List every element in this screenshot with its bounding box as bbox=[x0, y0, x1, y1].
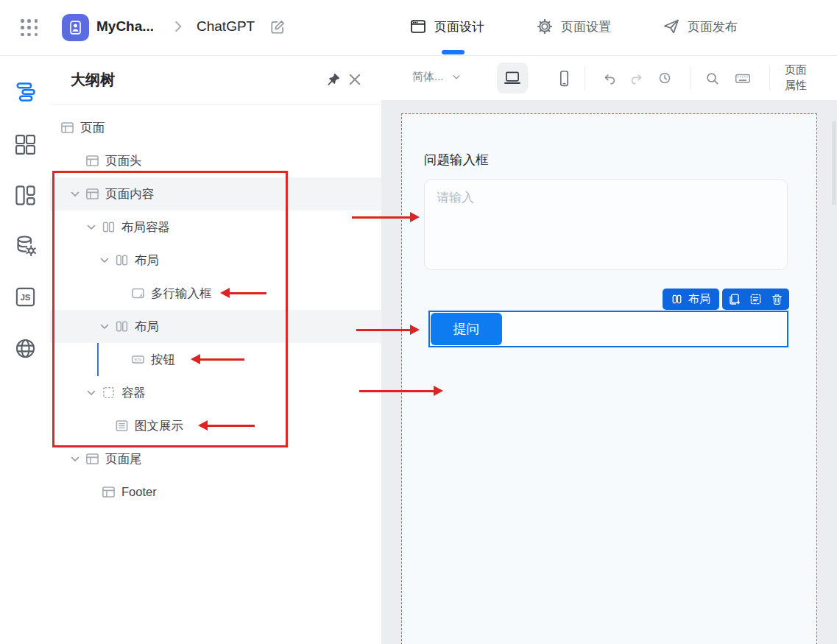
selection-toolbar: 布局 bbox=[663, 289, 789, 310]
page-builder-app: { "topbar": { "workspace_name": "MyCha..… bbox=[0, 0, 837, 644]
active-tab-indicator bbox=[442, 50, 465, 54]
tree-node-textarea[interactable]: 多行输入框 bbox=[50, 277, 381, 310]
page-artboard[interactable]: 问题输入框 布局 提问 bbox=[401, 113, 817, 644]
desktop-icon bbox=[503, 68, 522, 88]
mobile-view-button[interactable] bbox=[548, 63, 579, 93]
pin-panel-icon[interactable] bbox=[325, 72, 341, 88]
svg-text:JS: JS bbox=[20, 293, 30, 302]
question-field-label: 问题输入框 bbox=[424, 151, 489, 169]
page-icon bbox=[102, 485, 116, 499]
app-launcher-icon[interactable] bbox=[21, 19, 38, 37]
left-icon-rail: JS bbox=[0, 56, 51, 644]
outline-tree-panel: 大纲树 页面 页面头 页面内容 bbox=[50, 56, 382, 644]
person-badge-icon bbox=[67, 19, 84, 36]
search-icon[interactable] bbox=[705, 71, 719, 85]
ask-button[interactable]: 提问 bbox=[431, 313, 502, 345]
sidebar-item-outline-tree[interactable] bbox=[0, 73, 50, 111]
richtext-icon bbox=[115, 419, 129, 433]
gear-icon bbox=[536, 18, 554, 35]
chevron-down-icon bbox=[451, 72, 462, 82]
tree-node-layout-2[interactable]: 布局 bbox=[50, 310, 381, 343]
undo-icon[interactable] bbox=[602, 71, 616, 85]
selection-actions bbox=[722, 289, 789, 310]
columns-icon bbox=[115, 253, 129, 267]
tree-node-page[interactable]: 页面 bbox=[50, 111, 381, 144]
outline-tree: 页面 页面头 页面内容 布局容器 布局 多行输入框 bbox=[50, 111, 381, 509]
columns-icon bbox=[671, 294, 682, 305]
breadcrumb-page-name[interactable]: ChatGPT bbox=[197, 18, 255, 35]
canvas-toolbar: 简体... 页面属性 bbox=[381, 56, 837, 101]
page-icon bbox=[60, 121, 74, 135]
sidebar-item-data-sources[interactable] bbox=[0, 227, 50, 265]
paper-plane-icon bbox=[663, 18, 680, 35]
duplicate-icon[interactable] bbox=[728, 293, 741, 305]
tree-node-button[interactable]: BTN 按钮 bbox=[50, 343, 381, 376]
chevron-down-icon[interactable] bbox=[99, 321, 110, 333]
chevron-down-icon[interactable] bbox=[69, 188, 81, 200]
locale-select[interactable]: 简体... bbox=[412, 70, 462, 84]
design-canvas: 问题输入框 布局 提问 bbox=[381, 100, 837, 644]
button-component-icon: BTN bbox=[131, 353, 145, 367]
tree-node-footer[interactable]: Footer bbox=[50, 475, 381, 509]
canvas-scrollbar[interactable] bbox=[832, 121, 836, 205]
wrap-container-icon[interactable] bbox=[749, 293, 762, 305]
tree-node-page-footer[interactable]: 页面尾 bbox=[50, 442, 381, 475]
redo-icon[interactable] bbox=[630, 71, 644, 85]
container-icon bbox=[102, 386, 116, 400]
chevron-down-icon[interactable] bbox=[99, 255, 110, 266]
selected-component-tag[interactable]: 布局 bbox=[663, 289, 719, 310]
tree-node-layout-container[interactable]: 布局容器 bbox=[50, 210, 381, 244]
workspace-avatar[interactable] bbox=[62, 14, 89, 41]
selected-component-label: 布局 bbox=[688, 292, 710, 306]
chevron-down-icon[interactable] bbox=[69, 453, 81, 465]
close-panel-icon[interactable] bbox=[347, 72, 362, 87]
rename-page-icon[interactable] bbox=[269, 19, 286, 35]
mobile-icon bbox=[555, 69, 573, 88]
window-design-icon bbox=[409, 18, 427, 35]
columns-icon bbox=[102, 220, 116, 234]
panel-title: 大纲树 bbox=[71, 70, 115, 90]
history-icon[interactable] bbox=[658, 71, 671, 85]
page-icon bbox=[85, 452, 99, 466]
breadcrumb-workspace[interactable]: MyCha... bbox=[96, 18, 154, 35]
outline-panel-header: 大纲树 bbox=[50, 56, 381, 105]
page-icon bbox=[85, 187, 99, 201]
tree-node-container[interactable]: 容器 bbox=[50, 376, 381, 409]
tree-node-richtext[interactable]: 图文展示 bbox=[50, 409, 381, 442]
breadcrumb-chevron-icon bbox=[172, 20, 185, 33]
selected-layout-element[interactable]: 提问 bbox=[428, 311, 788, 347]
sidebar-item-layouts[interactable] bbox=[0, 176, 50, 214]
tree-node-page-header[interactable]: 页面头 bbox=[50, 144, 381, 177]
question-textarea[interactable] bbox=[424, 179, 788, 270]
tab-label: 页面发布 bbox=[688, 18, 738, 35]
tab-page-publish[interactable]: 页面发布 bbox=[663, 18, 738, 35]
desktop-view-button[interactable] bbox=[497, 63, 528, 93]
columns-icon bbox=[115, 319, 129, 333]
svg-text:BTN: BTN bbox=[135, 358, 142, 362]
page-icon bbox=[85, 154, 99, 168]
tab-page-settings[interactable]: 页面设置 bbox=[536, 18, 611, 35]
top-bar: MyCha... ChatGPT 页面设计 页面设置 bbox=[0, 0, 837, 56]
delete-icon[interactable] bbox=[771, 293, 783, 305]
tree-node-layout-1[interactable]: 布局 bbox=[50, 244, 381, 277]
sidebar-item-globe[interactable] bbox=[0, 329, 50, 367]
sidebar-item-components[interactable] bbox=[0, 125, 50, 163]
tab-label: 页面设置 bbox=[561, 18, 611, 35]
page-properties-toggle[interactable]: 页面属性 bbox=[783, 62, 809, 93]
tree-selection-guide bbox=[97, 343, 99, 376]
keyboard-shortcuts-icon[interactable] bbox=[735, 71, 751, 85]
tab-page-design[interactable]: 页面设计 bbox=[409, 18, 484, 35]
chevron-down-icon[interactable] bbox=[85, 387, 97, 399]
tree-node-page-content[interactable]: 页面内容 bbox=[50, 177, 381, 210]
tab-label: 页面设计 bbox=[434, 18, 484, 35]
sidebar-item-javascript[interactable]: JS bbox=[0, 277, 50, 316]
textarea-icon bbox=[131, 286, 145, 300]
chevron-down-icon[interactable] bbox=[85, 222, 97, 233]
